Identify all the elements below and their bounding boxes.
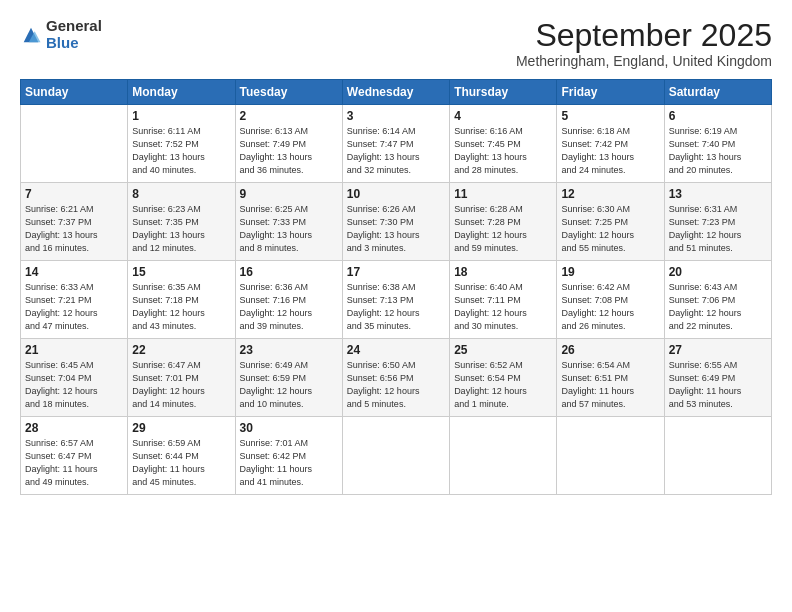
calendar-week-row: 1Sunrise: 6:11 AM Sunset: 7:52 PM Daylig… xyxy=(21,105,772,183)
day-number: 14 xyxy=(25,265,123,279)
day-info: Sunrise: 6:57 AM Sunset: 6:47 PM Dayligh… xyxy=(25,437,123,489)
col-header-thursday: Thursday xyxy=(450,80,557,105)
day-info: Sunrise: 6:42 AM Sunset: 7:08 PM Dayligh… xyxy=(561,281,659,333)
calendar-cell xyxy=(21,105,128,183)
day-info: Sunrise: 6:43 AM Sunset: 7:06 PM Dayligh… xyxy=(669,281,767,333)
calendar-cell: 30Sunrise: 7:01 AM Sunset: 6:42 PM Dayli… xyxy=(235,417,342,495)
day-number: 16 xyxy=(240,265,338,279)
calendar-cell: 24Sunrise: 6:50 AM Sunset: 6:56 PM Dayli… xyxy=(342,339,449,417)
calendar-cell: 7Sunrise: 6:21 AM Sunset: 7:37 PM Daylig… xyxy=(21,183,128,261)
col-header-monday: Monday xyxy=(128,80,235,105)
day-info: Sunrise: 6:35 AM Sunset: 7:18 PM Dayligh… xyxy=(132,281,230,333)
day-info: Sunrise: 6:49 AM Sunset: 6:59 PM Dayligh… xyxy=(240,359,338,411)
col-header-tuesday: Tuesday xyxy=(235,80,342,105)
col-header-sunday: Sunday xyxy=(21,80,128,105)
calendar-cell: 21Sunrise: 6:45 AM Sunset: 7:04 PM Dayli… xyxy=(21,339,128,417)
page: General Blue September 2025 Metheringham… xyxy=(0,0,792,612)
day-number: 25 xyxy=(454,343,552,357)
calendar-week-row: 7Sunrise: 6:21 AM Sunset: 7:37 PM Daylig… xyxy=(21,183,772,261)
col-header-saturday: Saturday xyxy=(664,80,771,105)
day-info: Sunrise: 6:16 AM Sunset: 7:45 PM Dayligh… xyxy=(454,125,552,177)
col-header-wednesday: Wednesday xyxy=(342,80,449,105)
day-number: 30 xyxy=(240,421,338,435)
calendar-week-row: 21Sunrise: 6:45 AM Sunset: 7:04 PM Dayli… xyxy=(21,339,772,417)
calendar-cell: 20Sunrise: 6:43 AM Sunset: 7:06 PM Dayli… xyxy=(664,261,771,339)
calendar-cell: 3Sunrise: 6:14 AM Sunset: 7:47 PM Daylig… xyxy=(342,105,449,183)
day-number: 20 xyxy=(669,265,767,279)
day-info: Sunrise: 7:01 AM Sunset: 6:42 PM Dayligh… xyxy=(240,437,338,489)
day-info: Sunrise: 6:52 AM Sunset: 6:54 PM Dayligh… xyxy=(454,359,552,411)
day-info: Sunrise: 6:13 AM Sunset: 7:49 PM Dayligh… xyxy=(240,125,338,177)
calendar-cell: 28Sunrise: 6:57 AM Sunset: 6:47 PM Dayli… xyxy=(21,417,128,495)
header: General Blue September 2025 Metheringham… xyxy=(20,18,772,69)
day-number: 9 xyxy=(240,187,338,201)
calendar-cell: 6Sunrise: 6:19 AM Sunset: 7:40 PM Daylig… xyxy=(664,105,771,183)
calendar-cell: 26Sunrise: 6:54 AM Sunset: 6:51 PM Dayli… xyxy=(557,339,664,417)
day-number: 22 xyxy=(132,343,230,357)
calendar-cell: 11Sunrise: 6:28 AM Sunset: 7:28 PM Dayli… xyxy=(450,183,557,261)
calendar-cell: 25Sunrise: 6:52 AM Sunset: 6:54 PM Dayli… xyxy=(450,339,557,417)
logo-blue-text: Blue xyxy=(46,35,102,52)
day-number: 6 xyxy=(669,109,767,123)
day-info: Sunrise: 6:26 AM Sunset: 7:30 PM Dayligh… xyxy=(347,203,445,255)
day-info: Sunrise: 6:30 AM Sunset: 7:25 PM Dayligh… xyxy=(561,203,659,255)
day-info: Sunrise: 6:59 AM Sunset: 6:44 PM Dayligh… xyxy=(132,437,230,489)
calendar-cell: 19Sunrise: 6:42 AM Sunset: 7:08 PM Dayli… xyxy=(557,261,664,339)
day-info: Sunrise: 6:40 AM Sunset: 7:11 PM Dayligh… xyxy=(454,281,552,333)
calendar-cell: 2Sunrise: 6:13 AM Sunset: 7:49 PM Daylig… xyxy=(235,105,342,183)
logo: General Blue xyxy=(20,18,102,51)
calendar-cell: 17Sunrise: 6:38 AM Sunset: 7:13 PM Dayli… xyxy=(342,261,449,339)
day-number: 29 xyxy=(132,421,230,435)
day-info: Sunrise: 6:38 AM Sunset: 7:13 PM Dayligh… xyxy=(347,281,445,333)
day-number: 10 xyxy=(347,187,445,201)
day-info: Sunrise: 6:33 AM Sunset: 7:21 PM Dayligh… xyxy=(25,281,123,333)
day-number: 5 xyxy=(561,109,659,123)
day-info: Sunrise: 6:11 AM Sunset: 7:52 PM Dayligh… xyxy=(132,125,230,177)
day-number: 21 xyxy=(25,343,123,357)
day-number: 2 xyxy=(240,109,338,123)
calendar-cell xyxy=(664,417,771,495)
col-header-friday: Friday xyxy=(557,80,664,105)
calendar-cell: 22Sunrise: 6:47 AM Sunset: 7:01 PM Dayli… xyxy=(128,339,235,417)
day-number: 7 xyxy=(25,187,123,201)
day-number: 27 xyxy=(669,343,767,357)
day-number: 11 xyxy=(454,187,552,201)
calendar-cell: 13Sunrise: 6:31 AM Sunset: 7:23 PM Dayli… xyxy=(664,183,771,261)
calendar-week-row: 14Sunrise: 6:33 AM Sunset: 7:21 PM Dayli… xyxy=(21,261,772,339)
day-info: Sunrise: 6:31 AM Sunset: 7:23 PM Dayligh… xyxy=(669,203,767,255)
calendar-cell: 12Sunrise: 6:30 AM Sunset: 7:25 PM Dayli… xyxy=(557,183,664,261)
calendar-cell: 4Sunrise: 6:16 AM Sunset: 7:45 PM Daylig… xyxy=(450,105,557,183)
calendar-cell: 8Sunrise: 6:23 AM Sunset: 7:35 PM Daylig… xyxy=(128,183,235,261)
calendar-cell: 5Sunrise: 6:18 AM Sunset: 7:42 PM Daylig… xyxy=(557,105,664,183)
day-info: Sunrise: 6:28 AM Sunset: 7:28 PM Dayligh… xyxy=(454,203,552,255)
calendar-cell: 14Sunrise: 6:33 AM Sunset: 7:21 PM Dayli… xyxy=(21,261,128,339)
day-info: Sunrise: 6:50 AM Sunset: 6:56 PM Dayligh… xyxy=(347,359,445,411)
calendar-cell xyxy=(557,417,664,495)
calendar-cell: 23Sunrise: 6:49 AM Sunset: 6:59 PM Dayli… xyxy=(235,339,342,417)
logo-general-text: General xyxy=(46,18,102,35)
day-info: Sunrise: 6:55 AM Sunset: 6:49 PM Dayligh… xyxy=(669,359,767,411)
calendar-cell xyxy=(342,417,449,495)
day-info: Sunrise: 6:19 AM Sunset: 7:40 PM Dayligh… xyxy=(669,125,767,177)
day-number: 4 xyxy=(454,109,552,123)
day-number: 23 xyxy=(240,343,338,357)
day-number: 15 xyxy=(132,265,230,279)
calendar-week-row: 28Sunrise: 6:57 AM Sunset: 6:47 PM Dayli… xyxy=(21,417,772,495)
day-info: Sunrise: 6:18 AM Sunset: 7:42 PM Dayligh… xyxy=(561,125,659,177)
title-block: September 2025 Metheringham, England, Un… xyxy=(516,18,772,69)
calendar-cell: 10Sunrise: 6:26 AM Sunset: 7:30 PM Dayli… xyxy=(342,183,449,261)
day-info: Sunrise: 6:23 AM Sunset: 7:35 PM Dayligh… xyxy=(132,203,230,255)
day-info: Sunrise: 6:21 AM Sunset: 7:37 PM Dayligh… xyxy=(25,203,123,255)
logo-icon xyxy=(20,24,42,46)
day-number: 26 xyxy=(561,343,659,357)
logo-text: General Blue xyxy=(46,18,102,51)
calendar-header-row: SundayMondayTuesdayWednesdayThursdayFrid… xyxy=(21,80,772,105)
day-info: Sunrise: 6:36 AM Sunset: 7:16 PM Dayligh… xyxy=(240,281,338,333)
calendar-cell: 27Sunrise: 6:55 AM Sunset: 6:49 PM Dayli… xyxy=(664,339,771,417)
day-info: Sunrise: 6:45 AM Sunset: 7:04 PM Dayligh… xyxy=(25,359,123,411)
day-number: 19 xyxy=(561,265,659,279)
calendar-cell: 15Sunrise: 6:35 AM Sunset: 7:18 PM Dayli… xyxy=(128,261,235,339)
calendar-table: SundayMondayTuesdayWednesdayThursdayFrid… xyxy=(20,79,772,495)
day-number: 3 xyxy=(347,109,445,123)
day-number: 24 xyxy=(347,343,445,357)
